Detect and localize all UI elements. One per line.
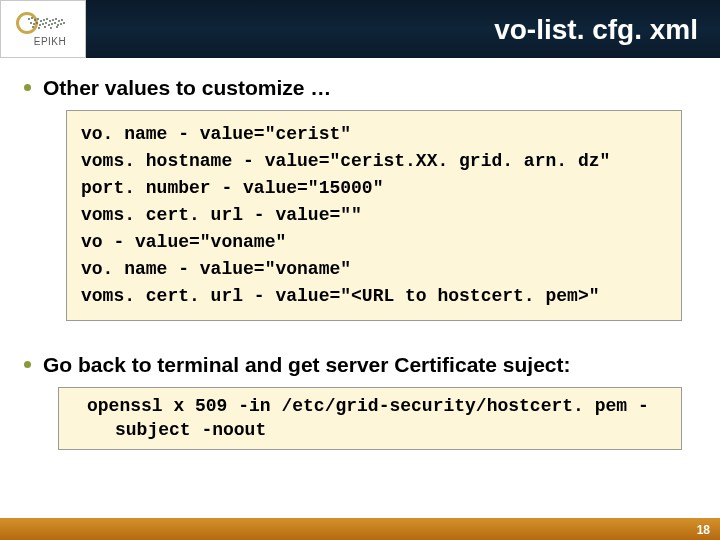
svg-point-8: [52, 19, 54, 21]
code-line: voms. cert. url - value="<URL to hostcer…: [81, 283, 667, 310]
bullet-icon: [24, 84, 31, 91]
code-line: voms. cert. url - value="": [81, 202, 667, 229]
svg-point-13: [33, 23, 35, 25]
svg-point-0: [28, 18, 30, 20]
bullet-item: Other values to customize …: [18, 76, 702, 100]
page-number: 18: [697, 523, 710, 537]
svg-point-26: [44, 26, 46, 28]
svg-point-12: [30, 22, 32, 24]
code-line: port. number - value="15000": [81, 175, 667, 202]
svg-point-24: [32, 26, 34, 28]
svg-point-9: [55, 18, 57, 20]
svg-point-14: [36, 22, 38, 24]
svg-point-6: [46, 18, 48, 20]
svg-point-5: [43, 19, 45, 21]
svg-point-23: [63, 22, 65, 24]
bullet-item: Go back to terminal and get server Certi…: [18, 353, 702, 377]
code-block-config: vo. name - value="cerist" voms. hostname…: [66, 110, 682, 321]
svg-point-3: [37, 18, 39, 20]
code-line: voms. hostname - value="cerist.XX. grid.…: [81, 148, 667, 175]
svg-point-1: [31, 17, 33, 19]
bullet-text: Go back to terminal and get server Certi…: [43, 353, 571, 377]
bullet-text: Other values to customize …: [43, 76, 331, 100]
slide-header: EPIKH vo-list. cfg. xml: [0, 0, 720, 58]
svg-point-16: [42, 23, 44, 25]
svg-point-15: [39, 24, 41, 26]
logo: EPIKH: [0, 0, 86, 58]
svg-point-17: [45, 22, 47, 24]
code-line: vo. name - value="voname": [81, 256, 667, 283]
slide-content: Other values to customize … vo. name - v…: [0, 58, 720, 450]
svg-point-22: [60, 23, 62, 25]
svg-point-7: [49, 20, 51, 22]
svg-point-4: [40, 20, 42, 22]
logo-globe-icon: [16, 12, 70, 34]
svg-point-18: [48, 24, 50, 26]
code-line: vo - value="voname": [81, 229, 667, 256]
bullet-icon: [24, 361, 31, 368]
svg-point-19: [51, 23, 53, 25]
code-block-command: openssl x 509 -in /etc/grid-security/hos…: [58, 387, 682, 450]
svg-point-20: [54, 22, 56, 24]
svg-point-11: [61, 19, 63, 21]
code-line: openssl x 509 -in /etc/grid-security/hos…: [87, 396, 649, 440]
svg-point-28: [56, 26, 58, 28]
svg-point-2: [34, 19, 36, 21]
svg-point-10: [58, 20, 60, 22]
svg-point-25: [38, 27, 40, 29]
world-map-icon: [26, 15, 68, 31]
svg-point-21: [57, 24, 59, 26]
logo-text: EPIKH: [34, 36, 67, 47]
code-line: vo. name - value="cerist": [81, 121, 667, 148]
slide-footer: 18: [0, 518, 720, 540]
slide-title: vo-list. cfg. xml: [494, 14, 698, 46]
svg-point-27: [50, 27, 52, 29]
